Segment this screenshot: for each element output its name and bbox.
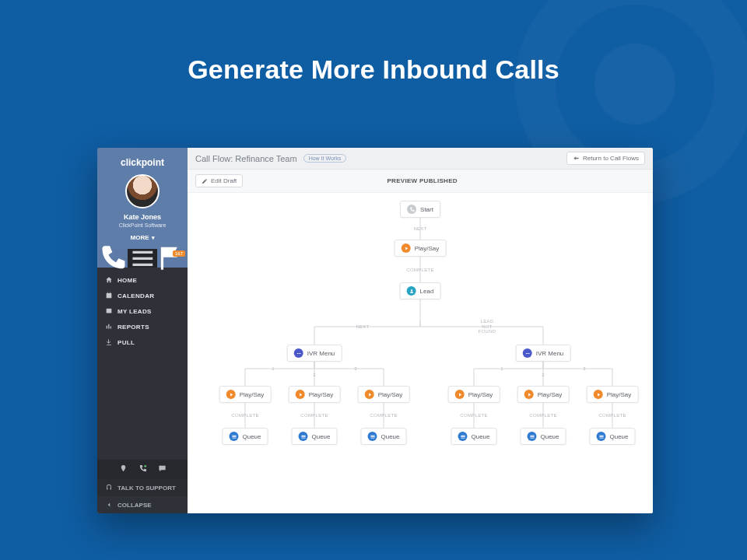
nav-calendar[interactable]: CALENDAR [97,288,188,303]
tab-phone[interactable] [97,249,128,268]
node-lead[interactable]: Lead [400,282,441,299]
return-label: Return to Call Flows [583,155,639,162]
node-playsay-2-label: Play/Say [309,391,334,398]
node-playsay-1-label: Play/Say [240,391,265,398]
node-queue-2-label: Queue [311,433,330,440]
return-icon [573,155,580,162]
support-icon [105,484,113,492]
phone-icon [97,243,128,274]
node-queue-2[interactable]: Queue [291,428,337,445]
node-playsay-3[interactable]: Play/Say [358,386,410,403]
node-playsay-4-label: Play/Say [468,391,493,398]
return-button[interactable]: Return to Call Flows [566,152,645,165]
branch-1-left: 1 [272,366,274,371]
node-queue-5[interactable]: Queue [520,428,566,445]
talk-to-support[interactable]: TALK TO SUPPORT [97,479,188,496]
node-playsay-4[interactable]: Play/Say [448,386,500,403]
flag-icon [157,243,188,274]
brand-logo: clickpoint [97,154,188,174]
leads-icon [105,307,113,315]
hero-title: Generate More Inbound Calls [0,0,747,85]
tab-flag[interactable]: 167 [157,249,188,268]
talk-to-support-label: TALK TO SUPPORT [117,485,176,492]
node-playsay-root-label: Play/Say [415,245,440,252]
nav-home[interactable]: HOME [97,272,188,288]
nav-pull-label: PULL [117,339,135,346]
node-queue-5-label: Queue [540,433,559,440]
user-more-toggle[interactable]: MORE▾ [97,234,188,241]
node-queue-6-label: Queue [609,433,628,440]
node-playsay-2[interactable]: Play/Say [289,386,341,403]
list-icon [128,243,158,274]
branch-3-left: 3 [354,366,356,371]
app-window: clickpoint Kate Jones ClickPoint Softwar… [97,148,653,513]
main-area: Call Flow: Refinance Team How It Works R… [188,148,653,513]
titlebar: Call Flow: Refinance Team How It Works R… [188,148,653,170]
flow-canvas[interactable]: NEXT COMPLETE NEXT LEAD NOT FOUND 1 2 3 … [188,193,653,513]
node-playsay-root[interactable]: Play/Say [395,240,447,257]
node-queue-1-label: Queue [242,433,261,440]
user-name: Kate Jones [97,213,188,221]
avatar[interactable] [125,174,160,208]
node-playsay-3-label: Play/Say [378,391,403,398]
sidebar-header: clickpoint Kate Jones ClickPoint Softwar… [97,148,188,249]
play-icon [226,390,236,399]
dial-icon[interactable] [139,464,147,474]
node-start-label: Start [420,206,433,213]
tab-list[interactable] [128,249,158,268]
node-playsay-6[interactable]: Play/Say [587,386,639,403]
node-playsay-1[interactable]: Play/Say [219,386,272,403]
phone-start-icon [407,205,416,214]
collapse-sidebar[interactable]: COLLAPSE [97,496,188,513]
sidebar: clickpoint Kate Jones ClickPoint Softwar… [97,148,188,513]
edge-label-next: NEXT [413,226,426,232]
nav-myleads-label: MY LEADS [117,308,152,315]
edge-complete-6: COMPLETE [598,413,626,418]
node-queue-4[interactable]: Queue [451,428,496,445]
user-org: ClickPoint Software [97,222,188,228]
node-ivr-left-label: IVR Menu [307,350,335,357]
nav-reports[interactable]: REPORTS [97,319,188,334]
node-ivr-right-label: IVR Menu [536,350,564,357]
location-icon[interactable] [119,464,128,474]
queue-icon [298,432,307,441]
node-queue-3[interactable]: Queue [360,428,406,445]
queue-icon [527,432,536,441]
edge-label-complete: COMPLETE [406,268,433,273]
play-icon [365,390,374,399]
node-start[interactable]: Start [400,201,440,218]
sidebar-tabstrip: 167 [97,249,188,268]
edit-draft-button[interactable]: Edit Draft [195,174,243,187]
branch-1-right: 1 [500,366,503,371]
play-icon [455,390,465,399]
edit-draft-label: Edit Draft [211,177,237,184]
svg-point-0 [144,465,146,467]
node-playsay-5[interactable]: Play/Say [517,386,570,403]
edge-label-lead-not-found: LEAD NOT FOUND [479,319,496,334]
node-queue-6[interactable]: Queue [589,428,635,445]
calendar-icon [105,292,113,299]
branch-3-right: 3 [583,366,585,371]
chat-icon[interactable] [158,464,167,474]
nav-pull[interactable]: PULL [97,334,188,350]
node-playsay-6-label: Play/Say [607,391,632,398]
node-queue-3-label: Queue [381,433,399,440]
pull-icon [105,338,113,346]
node-ivr-right[interactable]: IVR Menu [516,345,571,362]
node-queue-1[interactable]: Queue [222,428,268,445]
chevron-down-icon: ▾ [152,235,155,240]
branch-2-left: 2 [313,373,315,377]
nav-myleads[interactable]: MY LEADS [97,303,188,319]
queue-icon [229,432,238,441]
node-ivr-left[interactable]: IVR Menu [287,345,342,362]
person-icon [407,286,416,296]
how-it-works-pill[interactable]: How It Works [303,154,347,163]
edge-complete-2: COMPLETE [300,413,328,418]
collapse-label: COLLAPSE [117,502,152,509]
flag-badge: 167 [173,250,185,257]
nav-home-label: HOME [117,277,137,284]
node-playsay-5-label: Play/Say [538,391,563,398]
user-more-label: MORE [131,234,149,241]
nav-reports-label: REPORTS [117,324,149,331]
home-icon [105,276,113,284]
